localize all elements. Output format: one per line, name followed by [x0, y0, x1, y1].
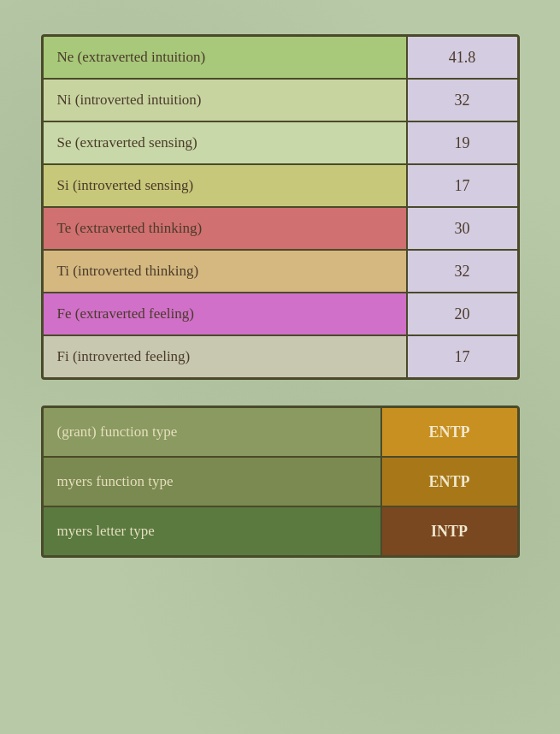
cognitive-functions-table: Ne (extraverted intuition) 41.8 Ni (intr…: [41, 34, 520, 380]
function-label: Fe (extraverted feeling): [44, 293, 406, 334]
table-row: (grant) function type ENTP: [44, 408, 517, 458]
function-value: 20: [406, 293, 517, 334]
function-label: Ti (introverted thinking): [44, 251, 406, 292]
table-row: myers letter type INTP: [44, 507, 517, 555]
table-row: Ne (extraverted intuition) 41.8: [44, 37, 517, 80]
table-row: myers function type ENTP: [44, 458, 517, 507]
type-label: myers function type: [44, 458, 380, 506]
function-value: 30: [406, 208, 517, 249]
table-row: Se (extraverted sensing) 19: [44, 122, 517, 165]
function-label: Ni (introverted intuition): [44, 80, 406, 121]
function-value: 19: [406, 122, 517, 163]
function-value: 41.8: [406, 37, 517, 78]
function-label: Ne (extraverted intuition): [44, 37, 406, 78]
personality-type-table: (grant) function type ENTP myers functio…: [41, 405, 520, 558]
function-label: Si (introverted sensing): [44, 165, 406, 206]
table-row: Ti (introverted thinking) 32: [44, 251, 517, 293]
table-row: Te (extraverted thinking) 30: [44, 208, 517, 251]
function-label: Te (extraverted thinking): [44, 208, 406, 249]
function-value: 17: [406, 165, 517, 206]
function-value: 32: [406, 80, 517, 121]
type-value: ENTP: [380, 458, 517, 506]
function-label: Se (extraverted sensing): [44, 122, 406, 163]
table-row: Si (introverted sensing) 17: [44, 165, 517, 208]
table-row: Ni (introverted intuition) 32: [44, 80, 517, 122]
function-value: 17: [406, 336, 517, 377]
type-label: (grant) function type: [44, 408, 380, 456]
function-value: 32: [406, 251, 517, 292]
type-label: myers letter type: [44, 507, 380, 555]
type-value: INTP: [380, 507, 517, 555]
table-row: Fi (introverted feeling) 17: [44, 336, 517, 377]
function-label: Fi (introverted feeling): [44, 336, 406, 377]
type-value: ENTP: [380, 408, 517, 456]
table-row: Fe (extraverted feeling) 20: [44, 293, 517, 336]
